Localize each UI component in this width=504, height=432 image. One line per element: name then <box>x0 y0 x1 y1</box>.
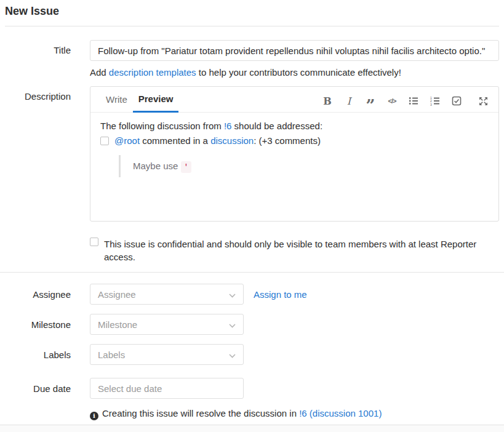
labels-row: Labels Labels <box>5 344 499 365</box>
milestone-placeholder: Milestone <box>98 319 137 330</box>
assignee-dropdown[interactable]: Assignee <box>90 284 244 305</box>
tab-preview[interactable]: Preview <box>133 87 179 113</box>
description-label: Description <box>5 86 90 222</box>
chevron-down-icon <box>229 289 236 300</box>
quote-icon[interactable]: ” <box>365 100 376 111</box>
header-divider <box>5 26 499 26</box>
preview-text: The following discussion from <box>100 121 224 131</box>
title-row: Title Add description templates to help … <box>5 40 499 78</box>
milestone-label: Milestone <box>5 319 90 330</box>
confidential-checkbox[interactable] <box>90 238 98 246</box>
task-list-item: @root commented in a discussion: (+3 com… <box>100 135 489 146</box>
labels-dropdown[interactable]: Labels <box>90 344 244 365</box>
help-text-post: to help your contributors communicate ef… <box>196 67 401 78</box>
title-label: Title <box>5 40 90 78</box>
preview-content: The following discussion from !6 should … <box>90 113 498 185</box>
milestone-row: Milestone Milestone <box>5 314 499 335</box>
section-divider <box>0 272 504 273</box>
bold-icon[interactable]: B <box>322 95 333 106</box>
description-row: Description Write Preview B I ” </> <box>5 86 499 222</box>
info-icon: i <box>90 412 98 420</box>
confidential-option: This issue is confidential and should on… <box>90 238 499 263</box>
chevron-down-icon <box>229 319 236 330</box>
chevron-down-icon <box>229 350 236 360</box>
page-title: New Issue <box>5 0 499 26</box>
due-date-label: Due date <box>5 383 90 394</box>
assignee-row: Assignee Assignee Assign to me <box>5 284 499 305</box>
discussion-link[interactable]: discussion <box>210 135 254 146</box>
confidential-row: This issue is confidential and should on… <box>5 238 499 263</box>
merge-request-link[interactable]: !6 <box>224 121 232 131</box>
task-checkbox <box>100 137 109 145</box>
description-editor: Write Preview B I ” </> <box>90 86 499 222</box>
quote-text: Maybe use <box>133 161 181 171</box>
due-date-row: Due date <box>5 378 499 399</box>
confidential-text: This issue is confidential and should on… <box>104 238 499 263</box>
preview-paragraph: The following discussion from !6 should … <box>100 121 489 131</box>
tab-write[interactable]: Write <box>100 87 133 113</box>
bulleted-list-icon[interactable] <box>408 95 419 106</box>
task-list-icon[interactable] <box>451 95 462 106</box>
help-text-pre: Add <box>90 67 109 78</box>
inline-code: ' <box>181 161 192 173</box>
note-text: Creating this issue will resolve the dis… <box>102 408 299 418</box>
milestone-dropdown[interactable]: Milestone <box>90 314 244 335</box>
form-actions-footer <box>0 425 504 432</box>
resolve-discussion-link[interactable]: !6 (discussion 1001) <box>299 408 382 418</box>
labels-label: Labels <box>5 350 90 360</box>
quoted-comment: Maybe use ' <box>119 155 489 177</box>
labels-placeholder: Labels <box>98 350 125 360</box>
title-input[interactable] <box>90 40 499 61</box>
task-item-text: @root commented in a discussion: (+3 com… <box>114 135 321 146</box>
resolve-note-row: iCreating this issue will resolve the di… <box>5 408 499 420</box>
numbered-list-icon[interactable]: 1 2 3 <box>430 95 441 106</box>
svg-text:3: 3 <box>430 103 432 106</box>
description-templates-link[interactable]: description templates <box>109 67 196 78</box>
assign-to-me-link[interactable]: Assign to me <box>254 289 307 300</box>
editor-toolbar: B I ” </> <box>322 95 489 112</box>
new-issue-page: New Issue Title Add description template… <box>0 0 504 420</box>
editor-header: Write Preview B I ” </> <box>90 87 498 113</box>
fullscreen-icon[interactable] <box>478 95 489 106</box>
code-icon[interactable]: </> <box>386 95 398 106</box>
user-link[interactable]: @root <box>114 135 140 146</box>
assignee-placeholder: Assignee <box>98 289 136 300</box>
assignee-label: Assignee <box>5 289 90 300</box>
title-help-text: Add description templates to help your c… <box>90 67 499 78</box>
italic-icon[interactable]: I <box>343 95 354 106</box>
due-date-input[interactable] <box>90 378 244 399</box>
preview-text-post: should be addressed: <box>231 121 322 131</box>
resolve-note: iCreating this issue will resolve the di… <box>90 408 499 420</box>
